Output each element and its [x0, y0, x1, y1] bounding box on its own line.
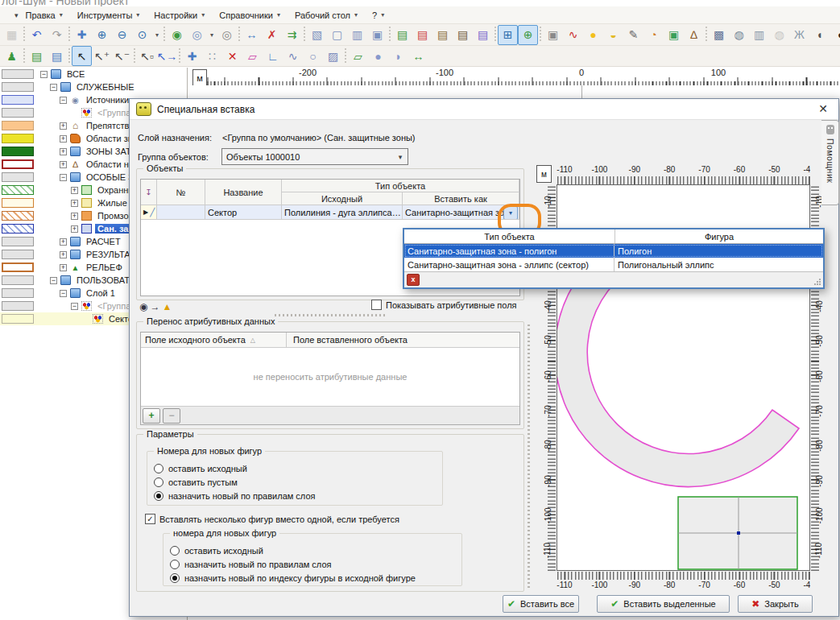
menu-item[interactable]: Правка ▾: [19, 9, 70, 22]
object-group-select[interactable]: Объекты 1000010 ▾: [221, 148, 408, 165]
noise-dark-icon[interactable]: ◖: [830, 25, 840, 45]
arc-icon[interactable]: ◗: [388, 46, 408, 66]
edit-doc-icon[interactable]: ✎: [623, 25, 643, 45]
radio-button[interactable]: [170, 573, 180, 583]
tree-expander[interactable]: +: [71, 225, 78, 233]
map-canvas[interactable]: [188, 85, 840, 98]
hardhat-icon[interactable]: ◒: [603, 25, 623, 45]
polyline-icon[interactable]: ∿: [283, 46, 303, 66]
label-add-icon[interactable]: ▤: [392, 25, 412, 45]
copy-shape-icon[interactable]: ▧: [307, 25, 327, 45]
globe-icon[interactable]: ◍: [769, 25, 789, 45]
label-show-icon[interactable]: ▤: [432, 25, 453, 45]
frame-icon[interactable]: ▣: [664, 25, 684, 45]
label-remove-icon[interactable]: ▤: [412, 25, 432, 45]
checkbox-box-checked[interactable]: ✓: [145, 514, 155, 524]
menu-item[interactable]: Рабочий стол ▾: [288, 9, 365, 22]
tree-expander[interactable]: −: [60, 290, 67, 297]
insert-multiple-checkbox[interactable]: ✓ Вставлять несколько фигур вместо одной…: [145, 514, 399, 524]
radio-option[interactable]: оставить пустым: [147, 475, 442, 489]
measure-export-icon[interactable]: ⇉: [282, 25, 302, 45]
layer-add-icon[interactable]: ▤: [27, 46, 47, 66]
show-rulers-icon[interactable]: ⊞: [498, 25, 518, 45]
vertical-splitter[interactable]: [528, 324, 530, 590]
radio-option[interactable]: назначить новый по индексу фигуры в исхо…: [163, 571, 461, 585]
radio-button[interactable]: [154, 464, 163, 473]
column-header-source[interactable]: Исходный: [282, 192, 403, 205]
tree-expander[interactable]: −: [71, 303, 78, 310]
polygon-icon[interactable]: ▱: [348, 46, 368, 66]
column-header-insert-as[interactable]: Вставить как: [403, 192, 519, 205]
measure-h-icon[interactable]: ↔: [408, 46, 428, 66]
radio-button[interactable]: [170, 546, 180, 556]
zoom-selection-icon[interactable]: ⊕: [518, 25, 538, 45]
transfer-col-target[interactable]: Поле вставленного объекта: [287, 333, 519, 347]
robot-icon[interactable]: ◍: [729, 25, 749, 45]
remove-mapping-button[interactable]: −: [163, 408, 180, 424]
insert-all-button[interactable]: ✔ Вставить все: [503, 595, 579, 613]
delete-icon[interactable]: ✕: [222, 46, 242, 66]
clipboard-icon[interactable]: ▦: [2, 25, 22, 45]
edit-nodes-icon[interactable]: ∷: [202, 46, 222, 66]
circle-nodes-icon[interactable]: ○: [303, 46, 323, 66]
dialog-title-bar[interactable]: Специальная вставка: [130, 99, 838, 120]
disc-icon[interactable]: ●: [368, 46, 388, 66]
column-header-name[interactable]: Название: [205, 180, 282, 205]
polygon-edit-icon[interactable]: ▱: [242, 46, 263, 66]
column-header-number[interactable]: №: [157, 180, 205, 205]
zoom-page-icon[interactable]: ⊙: [132, 25, 152, 45]
copy-outline-icon[interactable]: ▢: [327, 25, 347, 45]
cell-source-type[interactable]: Полилиния - дуга эллипса…: [282, 205, 403, 220]
popup-close-button[interactable]: x: [407, 274, 420, 286]
label-hide-icon[interactable]: ▤: [453, 25, 473, 45]
tree-expander[interactable]: +: [60, 148, 67, 155]
paste-shape-icon[interactable]: ▥: [347, 25, 367, 45]
popup-option-row[interactable]: Санитарно-защитная зона - полигон Полиго…: [404, 244, 823, 258]
tree-expander[interactable]: −: [40, 71, 48, 78]
radio-button[interactable]: [154, 491, 163, 501]
cell-number[interactable]: [157, 205, 205, 220]
show-attribute-fields-checkbox[interactable]: Показывать атрибутивные поля: [371, 300, 517, 310]
tree-expander[interactable]: +: [60, 161, 67, 168]
move-icon[interactable]: ✚: [182, 46, 202, 66]
menu-item[interactable]: ? ▾: [365, 9, 391, 22]
zoom-out-icon[interactable]: ⊖: [112, 25, 132, 45]
radio-option[interactable]: оставить исходный: [163, 544, 461, 557]
scales-icon[interactable]: ∆: [684, 25, 704, 45]
insert-selected-button[interactable]: ✔ Вставить выделенные: [597, 595, 730, 613]
accept-object-dropdown[interactable]: ▾: [207, 25, 217, 45]
chevron-down-icon[interactable]: ▾: [393, 153, 408, 161]
select-page-icon[interactable]: ↖▫: [137, 46, 157, 66]
zoom-in-icon[interactable]: ⊕: [92, 25, 112, 45]
tree-expander[interactable]: −: [50, 277, 57, 284]
menu-item[interactable]: Инструменты ▾: [70, 9, 147, 22]
tree-expander[interactable]: −: [60, 97, 67, 104]
select-add-icon[interactable]: ↖⁺: [92, 46, 112, 66]
corner-icon[interactable]: ∟: [263, 46, 283, 66]
tree-expander[interactable]: +: [71, 187, 78, 194]
horizontal-splitter[interactable]: [275, 314, 387, 316]
lightbulb-icon[interactable]: ●: [583, 25, 603, 45]
calc-doc-icon[interactable]: ▥: [749, 25, 769, 45]
transfer-col-source[interactable]: Поле исходного объекта △: [141, 333, 287, 347]
redo-icon[interactable]: ↷: [47, 25, 67, 45]
add-mapping-button[interactable]: +: [143, 408, 160, 424]
measure-clear-icon[interactable]: ✗: [262, 25, 282, 45]
tree-expander[interactable]: −: [60, 174, 67, 181]
profile-chart-icon[interactable]: ∿: [563, 25, 583, 45]
radio-option[interactable]: назначить новый по правилам слоя: [147, 489, 442, 502]
pan-icon[interactable]: ✚: [72, 25, 92, 45]
add-object-icon[interactable]: ◉: [167, 25, 187, 45]
checkbox-box[interactable]: [371, 300, 382, 310]
tree-item[interactable]: − СЛУЖЕБНЫЕ: [0, 81, 187, 93]
tree-expander[interactable]: +: [60, 238, 67, 246]
radio-button[interactable]: [154, 477, 163, 487]
menu-item[interactable]: Настройки ▾: [147, 9, 212, 22]
undo-icon[interactable]: ↶: [27, 25, 47, 45]
menu-item[interactable]: Справочники ▾: [212, 9, 288, 22]
user-icon[interactable]: ♟: [2, 46, 22, 66]
close-button[interactable]: ✖ Закрыть: [738, 595, 813, 613]
radio-button[interactable]: [170, 560, 180, 569]
helper-tab[interactable]: Помощник: [821, 120, 839, 205]
cell-insert-as[interactable]: Санитарно-защитная зон ▾: [403, 205, 519, 220]
